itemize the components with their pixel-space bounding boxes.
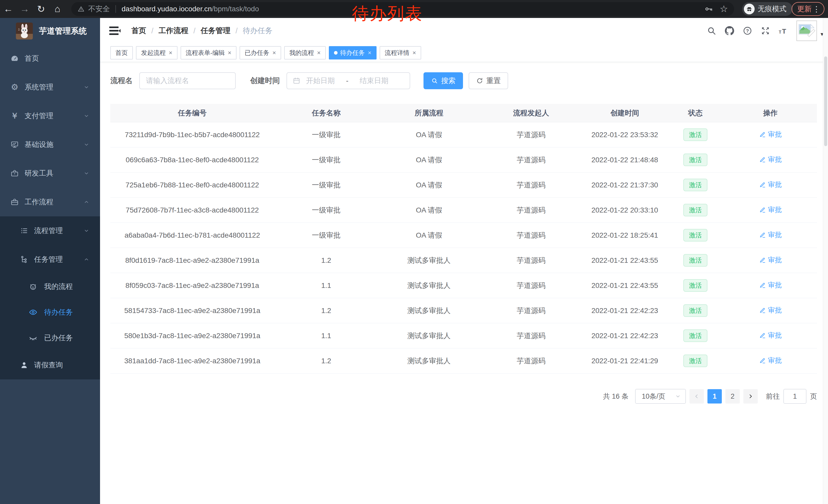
approve-link[interactable]: 审批 — [759, 306, 782, 315]
cell-task-id: 73211d9d-7b9b-11ec-b5b7-acde48001122 — [110, 131, 274, 139]
view-tab[interactable]: 首页 — [110, 46, 133, 59]
close-icon[interactable]: × — [317, 49, 321, 56]
sidebar-item-label: 任务管理 — [34, 255, 63, 264]
sidebar-item-done-tasks[interactable]: 已办任务 — [0, 325, 100, 351]
pencil-icon — [759, 181, 766, 188]
font-size-icon[interactable]: TT — [774, 26, 792, 35]
cell-starter: 芋道源码 — [480, 205, 582, 215]
sidebar-item-label: 待办任务 — [44, 307, 73, 317]
cell-create-time: 2022-01-22 21:37:30 — [582, 181, 667, 189]
help-icon[interactable]: ? — [739, 26, 756, 35]
view-tab[interactable]: 流程详情 × — [380, 46, 421, 59]
approve-link[interactable]: 审批 — [759, 280, 782, 290]
password-key-icon[interactable] — [704, 5, 713, 13]
sidebar-item-my-process[interactable]: 我的流程 — [0, 274, 100, 300]
breadcrumb-item[interactable]: 首页 — [131, 26, 146, 36]
app-logo[interactable]: 芋道管理系统 — [0, 18, 100, 44]
sidebar-item-task-mgmt[interactable]: 任务管理 — [0, 245, 100, 274]
tab-label: 首页 — [115, 49, 128, 57]
close-icon[interactable]: × — [273, 49, 276, 56]
date-range-picker[interactable]: 开始日期 - 结束日期 — [287, 72, 410, 89]
page-size-select[interactable]: 10条/页 — [635, 389, 686, 404]
close-icon[interactable]: × — [368, 49, 371, 56]
status-badge: 激活 — [683, 355, 707, 367]
view-tab[interactable]: 发起流程 × — [136, 46, 177, 59]
active-dot — [334, 51, 338, 55]
column-header: 操作 — [723, 108, 817, 118]
search-button[interactable]: 搜索 — [423, 72, 463, 89]
approve-link[interactable]: 审批 — [759, 230, 782, 239]
security-label: 不安全 — [88, 4, 110, 14]
home-icon[interactable]: ⌂ — [49, 4, 66, 14]
reset-button[interactable]: 重置 — [469, 72, 508, 89]
table-header-row: 任务编号 任务名称 所属流程 流程发起人 创建时间 状态 操作 — [110, 104, 817, 122]
avatar[interactable] — [796, 20, 817, 41]
approve-link[interactable]: 审批 — [759, 331, 782, 340]
approve-label: 审批 — [768, 280, 782, 290]
sidebar-item-system[interactable]: ⚙ 系统管理 — [0, 73, 100, 101]
breadcrumb-separator: / — [194, 27, 196, 35]
prev-page-button[interactable] — [690, 389, 704, 404]
page-button-1[interactable]: 1 — [707, 389, 722, 404]
top-navbar: 首页 / 工作流程 / 任务管理 / 待办任务 ? TT — [100, 18, 828, 44]
tree-icon — [20, 255, 29, 264]
cell-process: OA 请假 — [378, 180, 480, 190]
list-icon — [20, 226, 29, 235]
approve-link[interactable]: 审批 — [759, 130, 782, 139]
sidebar-item-label: 系统管理 — [25, 82, 53, 92]
cell-create-time: 2022-01-22 21:48:48 — [582, 156, 667, 164]
approve-link[interactable]: 审批 — [759, 155, 782, 164]
close-icon[interactable]: × — [412, 49, 416, 56]
sidebar-item-todo-tasks[interactable]: 待办任务 — [0, 300, 100, 325]
page-scrollbar[interactable] — [823, 18, 828, 504]
approve-link[interactable]: 审批 — [759, 356, 782, 365]
dashboard-icon — [10, 54, 19, 63]
divider — [115, 5, 116, 13]
next-page-button[interactable] — [743, 389, 758, 404]
tab-label: 待办任务 — [340, 49, 365, 57]
fullscreen-icon[interactable] — [756, 26, 774, 35]
sidebar-item-workflow[interactable]: 工作流程 — [0, 188, 100, 216]
cell-create-time: 2022-01-22 18:25:41 — [582, 231, 667, 239]
tab-label: 我的流程 — [289, 49, 314, 57]
reload-icon[interactable]: ↻ — [33, 4, 49, 15]
svg-text:T: T — [779, 30, 781, 34]
close-icon[interactable]: × — [228, 49, 232, 56]
cell-create-time: 2022-01-22 20:33:10 — [582, 206, 667, 214]
sidebar-toggle-icon[interactable] — [109, 26, 121, 36]
view-tab[interactable]: 流程表单-编辑 × — [180, 46, 237, 59]
view-tab[interactable]: 已办任务 × — [240, 46, 281, 59]
search-icon[interactable] — [703, 26, 720, 35]
github-icon[interactable] — [720, 26, 739, 35]
tab-label: 流程表单-编辑 — [186, 49, 225, 57]
sidebar-item-home[interactable]: 首页 — [0, 44, 100, 73]
bookmark-star-icon[interactable]: ☆ — [720, 4, 728, 14]
approve-link[interactable]: 审批 — [759, 180, 782, 189]
sidebar-item-process-mgmt[interactable]: 流程管理 — [0, 216, 100, 245]
page-button-2[interactable]: 2 — [726, 389, 740, 404]
approve-label: 审批 — [768, 255, 782, 265]
browser-menu-icon[interactable]: ⋮ — [813, 5, 820, 13]
breadcrumb-item[interactable]: 任务管理 — [201, 26, 230, 36]
approve-link[interactable]: 审批 — [759, 205, 782, 214]
sidebar-item-devtools[interactable]: 研发工具 — [0, 159, 100, 188]
sidebar-item-infra[interactable]: 基础设施 — [0, 130, 100, 159]
filter-bar: 流程名 请输入流程名 创建时间 开始日期 - 结束日期 搜索 重置 — [110, 72, 508, 89]
view-tab[interactable]: 待办任务 × — [329, 46, 377, 59]
refresh-icon — [476, 77, 483, 84]
view-tab[interactable]: 我的流程 × — [284, 46, 326, 59]
browser-update-button[interactable]: 更新 ⋮ — [792, 2, 824, 16]
sidebar-item-leave-query[interactable]: 请假查询 — [0, 351, 100, 379]
breadcrumb-item[interactable]: 工作流程 — [159, 26, 188, 36]
forward-icon[interactable]: → — [16, 4, 33, 14]
approve-link[interactable]: 审批 — [759, 255, 782, 265]
svg-text:T: T — [782, 28, 786, 35]
process-name-input[interactable]: 请输入流程名 — [139, 72, 236, 89]
scrollbar-thumb[interactable] — [824, 56, 827, 146]
sidebar-item-pay[interactable]: ￥ 支付管理 — [0, 101, 100, 130]
cell-starter: 芋道源码 — [480, 155, 582, 165]
goto-page-input[interactable]: 1 — [783, 389, 806, 404]
close-icon[interactable]: × — [169, 49, 172, 56]
approve-label: 审批 — [768, 356, 782, 365]
back-icon[interactable]: ← — [0, 4, 16, 14]
